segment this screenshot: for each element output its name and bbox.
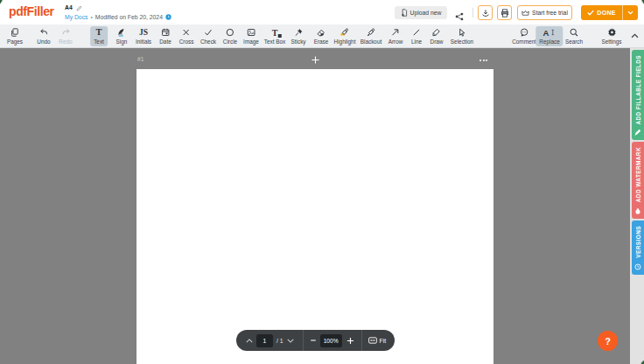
- upload-new-button[interactable]: Upload new: [395, 6, 447, 19]
- toolbar-item-check[interactable]: Check: [197, 26, 220, 46]
- add-fillable-fields-tab[interactable]: ADD FILLABLE FIELDS: [632, 50, 644, 140]
- check-icon: [204, 28, 213, 38]
- toolbar-collapse-button[interactable]: [630, 32, 639, 39]
- toolbar-item-label: Circle: [223, 38, 237, 45]
- versions-tab[interactable]: VERSIONS: [632, 220, 644, 275]
- history-clock-icon[interactable]: [165, 14, 172, 20]
- toolbar-item-initials[interactable]: JSInitials: [132, 26, 155, 46]
- corner-decoration: [0, 0, 4, 4]
- toolbar-item-label: Highlight: [334, 38, 356, 45]
- redo-icon: [61, 28, 70, 38]
- toolbar-item-label: Initials: [136, 38, 151, 45]
- toolbar-item-label: Sticky: [290, 38, 305, 45]
- fit-to-width-button[interactable]: Fit: [368, 337, 387, 344]
- toolbar-item-erase[interactable]: Erase: [311, 26, 332, 46]
- toolbar-item-label: Comment: [512, 38, 536, 45]
- print-button[interactable]: [497, 5, 512, 20]
- add-page-button[interactable]: [310, 54, 321, 66]
- toolbar-item-label: Text: [94, 38, 104, 45]
- sticky-icon: [294, 28, 303, 38]
- toolbar-item-pages[interactable]: Pages: [4, 26, 26, 46]
- zoom-in-button[interactable]: [346, 337, 354, 345]
- toolbar-item-date[interactable]: Date: [156, 26, 175, 46]
- toolbar-item-sign[interactable]: Sign: [113, 26, 131, 46]
- header-divider: [472, 8, 473, 18]
- help-button[interactable]: ?: [598, 331, 618, 351]
- toolbar-item-label: Erase: [314, 38, 329, 45]
- document-page[interactable]: [136, 69, 494, 364]
- toolbar-item-replace[interactable]: AReplace: [536, 26, 563, 46]
- pdffiller-logo[interactable]: pdfFiller: [9, 4, 54, 18]
- toolbar-item-label: Arrow: [388, 38, 403, 45]
- toolbar-item-selection[interactable]: Selection: [447, 26, 477, 46]
- toolbar-item-search[interactable]: Search: [562, 26, 586, 46]
- zoom-out-button[interactable]: [310, 337, 317, 344]
- sign-icon: [117, 28, 126, 38]
- replace-icon: A: [543, 28, 556, 38]
- highlight-icon: [340, 28, 349, 38]
- document-canvas[interactable]: #1 1 / 1 100% Fit ?: [0, 48, 630, 364]
- search-icon: [570, 28, 578, 38]
- top-header: pdfFiller A4 My Docs • Modified on Feb 2…: [0, 0, 644, 24]
- toolbar-item-label: Replace: [539, 38, 559, 45]
- comment-icon: [520, 28, 528, 38]
- share-icon[interactable]: [455, 9, 464, 18]
- toolbar-item-undo[interactable]: Undo: [33, 26, 53, 46]
- draw-icon: [432, 28, 441, 38]
- toolbar-item-image[interactable]: Image: [240, 26, 262, 46]
- tools-toolbar: PagesUndoRedoTTextSignJSInitialsDateCros…: [0, 24, 644, 48]
- image-icon: [247, 28, 256, 38]
- document-title: A4: [65, 4, 73, 10]
- start-free-trial-button[interactable]: Start free trial: [517, 5, 572, 20]
- toolbar-item-settings[interactable]: Settings: [598, 26, 625, 46]
- add-watermark-tab[interactable]: ADD WATERMARK: [632, 142, 644, 219]
- corner-decoration: [640, 0, 644, 4]
- toolbar-item-label: Blackout: [360, 38, 382, 45]
- toolbar-item-draw[interactable]: Draw: [427, 26, 447, 46]
- toolbar-item-label: Image: [243, 38, 259, 45]
- total-pages-label: / 1: [276, 338, 284, 344]
- toolbar-item-blackout[interactable]: Blackout: [357, 26, 386, 46]
- toolbar-item-label: Date: [159, 38, 172, 45]
- pages-icon: [10, 28, 19, 38]
- breadcrumb-separator: •: [90, 14, 92, 20]
- circle-icon: [226, 28, 234, 38]
- current-page-input[interactable]: 1: [256, 334, 273, 347]
- page-options-button[interactable]: [480, 60, 487, 61]
- my-docs-link[interactable]: My Docs: [65, 14, 88, 20]
- toolbar-item-label: Cross: [179, 38, 194, 45]
- download-button[interactable]: [478, 5, 493, 20]
- date-icon: [161, 28, 170, 38]
- toolbar-item-redo[interactable]: Redo: [55, 26, 75, 46]
- toolbar-item-label: Undo: [37, 38, 50, 45]
- toolbar-item-label: Pages: [7, 38, 23, 45]
- toolbar-item-cross[interactable]: Cross: [176, 26, 198, 46]
- toolbar-item-text[interactable]: TText: [90, 26, 108, 46]
- done-button[interactable]: DONE: [581, 5, 638, 20]
- toolbar-item-sticky[interactable]: Sticky: [287, 26, 309, 46]
- modified-label: Modified on Feb 20, 2024: [95, 14, 163, 20]
- corner-decoration: [639, 359, 644, 364]
- toolbar-item-line[interactable]: Line: [408, 26, 425, 46]
- arrow-icon: [391, 28, 400, 38]
- edit-title-icon[interactable]: [76, 0, 82, 15]
- page-navigation-bar: 1 / 1 100% Fit: [236, 330, 395, 351]
- toolbar-item-circle[interactable]: Circle: [220, 26, 241, 46]
- zoom-level-input[interactable]: 100%: [320, 334, 342, 347]
- pdffiller-editor: { "header": { "logo": "pdfFiller", "doc_…: [0, 0, 644, 364]
- erase-icon: [317, 28, 326, 38]
- previous-page-button[interactable]: [245, 339, 253, 343]
- pill-divider: [361, 330, 362, 351]
- toolbar-item-arrow[interactable]: Arrow: [385, 26, 407, 46]
- toolbar-item-label: Text Box: [264, 38, 286, 45]
- blackout-icon: [367, 28, 375, 38]
- toolbar-item-highlight[interactable]: Highlight: [331, 26, 360, 46]
- history-clock-icon: [634, 263, 641, 270]
- toolbar-item-label: Search: [565, 38, 583, 45]
- toolbar-item-textbox[interactable]: TText Box: [261, 26, 290, 46]
- done-dropdown-caret[interactable]: [623, 5, 638, 20]
- pill-divider: [303, 330, 304, 351]
- right-sidebar-rail: ADD FILLABLE FIELDS ADD WATERMARK VERSIO…: [630, 48, 644, 364]
- next-page-button[interactable]: [287, 339, 295, 343]
- cross-icon: [182, 28, 191, 38]
